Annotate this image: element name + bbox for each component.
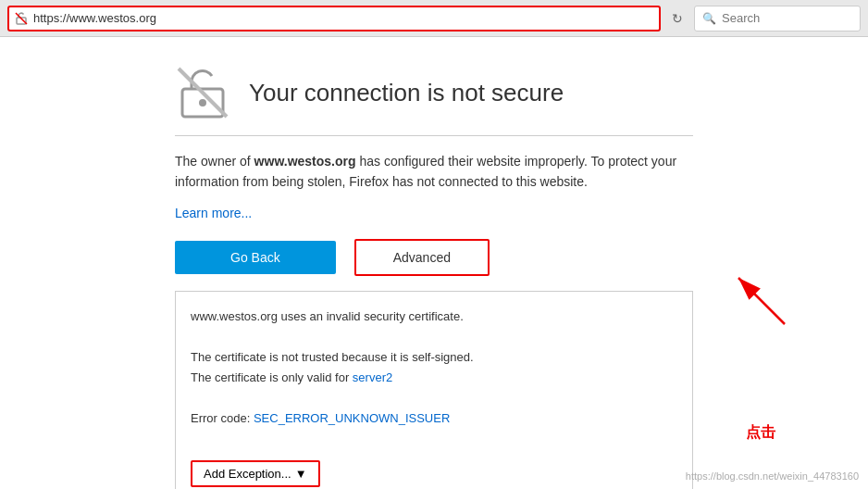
valid-for-prefix: The certificate is only valid for [191, 370, 353, 384]
svg-point-3 [199, 99, 206, 107]
error-container: Your connection is not secure The owner … [175, 65, 693, 489]
add-exception-label: Add Exception... [204, 467, 291, 481]
search-bar[interactable]: 🔍 [694, 6, 861, 31]
browser-chrome: https://www.westos.org ↻ 🔍 [0, 0, 868, 37]
url-text: https://www.westos.org [33, 11, 653, 25]
click-annotation-text: 点击 [746, 423, 775, 443]
cert-invalid-text: www.westos.org uses an invalid security … [191, 307, 677, 327]
error-title: Your connection is not secure [249, 79, 564, 107]
svg-line-1 [16, 13, 27, 24]
go-back-button[interactable]: Go Back [175, 241, 336, 274]
add-exception-button[interactable]: Add Exception... ▼ [191, 460, 320, 487]
advanced-panel: www.westos.org uses an invalid security … [175, 291, 693, 489]
main-content: Your connection is not secure The owner … [0, 37, 868, 489]
annotation-arrow [720, 259, 794, 333]
search-icon: 🔍 [702, 12, 716, 25]
search-input[interactable] [722, 11, 842, 25]
advanced-button[interactable]: Advanced [354, 239, 490, 276]
error-code-text: Error code: SEC_ERROR_UNKNOWN_ISSUER [191, 408, 677, 429]
error-description: The owner of www.westos.org has configur… [175, 151, 693, 193]
error-header: Your connection is not secure [175, 65, 693, 136]
error-code-link[interactable]: SEC_ERROR_UNKNOWN_ISSUER [254, 411, 450, 425]
button-row: Go Back Advanced [175, 239, 693, 276]
error-code-prefix: Error code: [191, 411, 254, 425]
desc-prefix: The owner of [175, 154, 254, 169]
not-trusted-text: The certificate is not trusted because i… [191, 347, 677, 368]
reload-button[interactable]: ↻ [666, 9, 688, 28]
lock-broken-large-icon [175, 65, 230, 120]
address-bar[interactable]: https://www.westos.org [7, 6, 661, 31]
lock-broken-icon [15, 11, 30, 26]
dropdown-icon: ▼ [295, 467, 307, 481]
learn-more-link[interactable]: Learn more... [175, 206, 693, 220]
valid-for-text: The certificate is only valid for server… [191, 368, 677, 388]
svg-line-6 [738, 278, 785, 324]
domain-text: www.westos.org [254, 154, 356, 169]
server-link[interactable]: server2 [353, 370, 392, 384]
svg-line-4 [179, 69, 227, 117]
watermark: https://blog.csdn.net/weixin_44783160 [686, 470, 859, 482]
